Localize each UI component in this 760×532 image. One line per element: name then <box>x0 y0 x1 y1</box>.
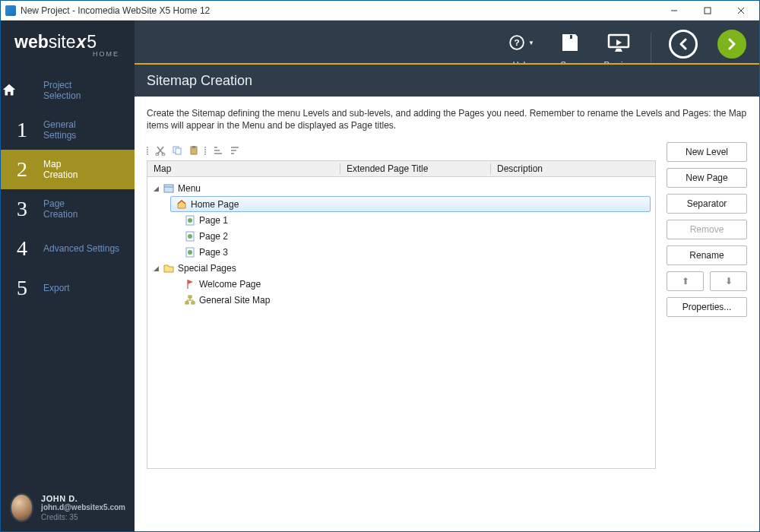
expand-icon[interactable] <box>212 144 224 157</box>
new-page-button[interactable]: New Page <box>667 168 747 188</box>
collapse-toggle-icon[interactable]: ◢ <box>154 264 163 272</box>
move-down-button[interactable]: ⬇ <box>710 271 747 291</box>
step-number: 2 <box>1 157 43 182</box>
new-level-button[interactable]: New Level <box>667 142 747 162</box>
step-export[interactable]: 5 Export <box>1 268 135 308</box>
tree-label: Page 1 <box>199 215 228 226</box>
step-label: Map Creation <box>43 159 78 180</box>
step-label: Page Creation <box>43 198 78 220</box>
tree-special-pages[interactable]: ◢ Special Pages <box>147 260 655 276</box>
tree-label: Welcome Page <box>199 279 261 290</box>
tree-label: Special Pages <box>178 263 236 274</box>
svg-point-19 <box>188 234 192 239</box>
logo-text-b: site <box>49 32 76 52</box>
step-map-creation[interactable]: 2 Map Creation <box>1 150 135 189</box>
page-title: Sitemap Creation <box>147 73 252 89</box>
logo-text-a: web <box>14 32 49 52</box>
next-icon <box>717 30 746 59</box>
close-button[interactable] <box>724 1 758 21</box>
instruction-text: Create the Sitemap defining the menu Lev… <box>147 107 747 131</box>
step-label: Project Selection <box>43 80 81 101</box>
step-number: 4 <box>1 236 43 261</box>
tree-label: Menu <box>178 183 201 194</box>
step-label: Advanced Settings <box>43 243 119 254</box>
user-block: JOHN D. john.d@websitex5.com Credits: 35 <box>1 486 135 531</box>
step-number: 5 <box>1 276 43 300</box>
col-extended[interactable]: Extended Page Title <box>340 163 491 174</box>
user-email: john.d@websitex5.com <box>41 503 125 511</box>
tree-menu[interactable]: ◢ Menu <box>147 180 655 196</box>
page-header: Sitemap Creation <box>135 63 759 97</box>
titlebar: New Project - Incomedia WebSite X5 Home … <box>1 1 759 21</box>
minimize-button[interactable] <box>657 1 691 21</box>
collapse-icon[interactable] <box>229 144 241 157</box>
house-icon <box>1 82 43 99</box>
remove-button[interactable]: Remove <box>667 220 747 239</box>
svg-rect-6 <box>570 35 572 39</box>
logo-subtitle: HOME <box>14 50 119 58</box>
svg-rect-13 <box>192 146 195 148</box>
home-icon <box>176 198 188 211</box>
app-icon <box>5 5 16 16</box>
tree-home-page[interactable]: Home Page <box>170 196 651 212</box>
cut-icon[interactable] <box>154 144 166 157</box>
tree-welcome-page[interactable]: Welcome Page <box>147 276 655 292</box>
col-description[interactable]: Description <box>491 163 655 174</box>
separator-button[interactable]: Separator <box>667 194 747 214</box>
maximize-button[interactable] <box>691 1 724 21</box>
rename-button[interactable]: Rename <box>667 245 747 265</box>
main: ? ▼ Help Save <box>135 21 759 531</box>
step-label: General Settings <box>43 119 76 141</box>
paste-icon[interactable] <box>188 144 200 157</box>
svg-rect-11 <box>176 148 181 154</box>
user-name: JOHN D. <box>41 494 125 503</box>
grid-header: Map Extended Page Title Description <box>147 160 656 177</box>
tree-label: General Site Map <box>199 295 270 306</box>
step-label: Export <box>43 283 70 293</box>
step-page-creation[interactable]: 3 Page Creation <box>1 189 135 229</box>
tree-page-3[interactable]: Page 3 <box>147 244 655 260</box>
window-title: New Project - Incomedia WebSite X5 Home … <box>21 5 657 16</box>
step-general-settings[interactable]: 1 General Settings <box>1 110 135 150</box>
svg-rect-1 <box>705 8 711 14</box>
svg-rect-23 <box>185 302 188 304</box>
tree-page-1[interactable]: Page 1 <box>147 212 655 228</box>
back-icon <box>669 30 698 59</box>
page-icon <box>184 214 196 226</box>
page-icon <box>184 230 196 242</box>
copy-icon[interactable] <box>171 144 183 157</box>
flag-icon <box>184 278 196 290</box>
svg-text:?: ? <box>514 37 519 47</box>
move-up-button[interactable]: ⬆ <box>667 271 704 291</box>
step-number: 1 <box>1 118 43 142</box>
col-map[interactable]: Map <box>147 163 340 174</box>
properties-button[interactable]: Properties... <box>667 297 747 317</box>
collapse-toggle-icon[interactable]: ◢ <box>154 185 163 192</box>
logo-x: x <box>77 32 87 52</box>
tree-general-site-map[interactable]: General Site Map <box>147 292 655 308</box>
tree-label: Page 2 <box>199 231 228 242</box>
avatar[interactable] <box>10 493 33 522</box>
tree-label: Page 3 <box>199 247 228 258</box>
mini-toolbar <box>147 142 656 159</box>
svg-rect-24 <box>192 302 195 304</box>
svg-point-21 <box>188 250 192 255</box>
folder-icon <box>163 262 175 274</box>
logo-five: 5 <box>87 32 97 52</box>
step-project-selection[interactable]: Project Selection <box>1 71 135 110</box>
chevron-down-icon: ▼ <box>528 40 534 46</box>
svg-rect-14 <box>164 185 173 192</box>
tree-label: Home Page <box>191 199 239 210</box>
step-advanced-settings[interactable]: 4 Advanced Settings <box>1 229 135 268</box>
menu-icon <box>163 182 175 195</box>
step-number: 3 <box>1 197 43 221</box>
svg-rect-22 <box>188 296 192 298</box>
logo: website x 5 HOME <box>1 21 135 65</box>
sitemap-icon <box>184 294 196 306</box>
sidebar: website x 5 HOME Project Selection 1 Gen… <box>1 21 135 531</box>
tree: ◢ Menu Home Page Page 1 <box>147 177 656 469</box>
page-icon <box>184 246 196 258</box>
user-info: JOHN D. john.d@websitex5.com Credits: 35 <box>41 494 125 521</box>
svg-point-17 <box>188 218 192 223</box>
tree-page-2[interactable]: Page 2 <box>147 228 655 244</box>
